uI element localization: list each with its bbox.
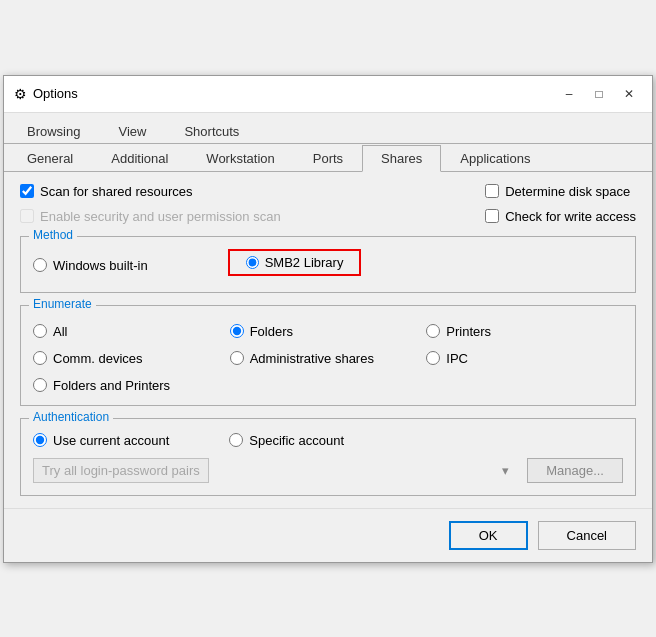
use-current-label[interactable]: Use current account [53, 433, 169, 448]
options-window: ⚙ Options – □ ✕ Browsing View Shortcuts … [3, 75, 653, 563]
specific-account-radio[interactable] [229, 433, 243, 447]
windows-builtin-label[interactable]: Windows built-in [53, 258, 148, 273]
check-write-label[interactable]: Check for write access [505, 209, 636, 224]
smb2-library-radio[interactable] [246, 256, 259, 269]
cancel-button[interactable]: Cancel [538, 521, 636, 550]
tab-additional[interactable]: Additional [92, 145, 187, 172]
enumerate-all-row: All [33, 324, 230, 339]
ok-button[interactable]: OK [449, 521, 528, 550]
enum-folders-radio[interactable] [230, 324, 244, 338]
left-options: Scan for shared resources Enable securit… [20, 184, 281, 224]
scan-shared-checkbox[interactable] [20, 184, 34, 198]
enum-comm-label[interactable]: Comm. devices [53, 351, 143, 366]
content-area: Scan for shared resources Enable securit… [4, 172, 652, 508]
enumerate-admin-row: Administrative shares [230, 351, 427, 366]
determine-disk-checkbox[interactable] [485, 184, 499, 198]
enumerate-grid: All Folders Printers Comm. devices Admin… [33, 314, 623, 393]
enumerate-printers-row: Printers [426, 324, 623, 339]
enum-folders-label[interactable]: Folders [250, 324, 293, 339]
enum-printers-radio[interactable] [426, 324, 440, 338]
smb2-library-label[interactable]: SMB2 Library [265, 255, 344, 270]
scan-shared-label[interactable]: Scan for shared resources [40, 184, 192, 199]
tab-ports[interactable]: Ports [294, 145, 362, 172]
enum-printers-label[interactable]: Printers [446, 324, 491, 339]
enum-folders-printers-label[interactable]: Folders and Printers [53, 378, 170, 393]
check-write-checkbox[interactable] [485, 209, 499, 223]
determine-disk-item: Determine disk space [485, 184, 636, 199]
method-options: Windows built-in SMB2 Library [33, 245, 623, 280]
window-title: Options [33, 86, 78, 101]
tab-view[interactable]: View [99, 118, 165, 144]
enum-admin-label[interactable]: Administrative shares [250, 351, 374, 366]
right-options: Determine disk space Check for write acc… [485, 184, 636, 224]
tab-row-top: Browsing View Shortcuts [4, 113, 652, 144]
enable-security-checkbox[interactable] [20, 209, 34, 223]
top-options-row: Scan for shared resources Enable securit… [20, 184, 636, 224]
tab-shortcuts[interactable]: Shortcuts [165, 118, 258, 144]
enum-all-label[interactable]: All [53, 324, 67, 339]
title-bar-left: ⚙ Options [14, 86, 78, 102]
close-button[interactable]: ✕ [616, 84, 642, 104]
tab-shares[interactable]: Shares [362, 145, 441, 172]
enumerate-folders-row: Folders [230, 324, 427, 339]
check-write-item: Check for write access [485, 209, 636, 224]
auth-radio-row: Use current account Specific account [33, 427, 623, 448]
tab-general[interactable]: General [8, 145, 92, 172]
app-icon: ⚙ [14, 86, 27, 102]
tab-browsing[interactable]: Browsing [8, 118, 99, 144]
title-controls: – □ ✕ [556, 84, 642, 104]
manage-button[interactable]: Manage... [527, 458, 623, 483]
determine-disk-label[interactable]: Determine disk space [505, 184, 630, 199]
enum-all-radio[interactable] [33, 324, 47, 338]
use-current-radio[interactable] [33, 433, 47, 447]
enumerate-folders-printers-row: Folders and Printers [33, 378, 230, 393]
enable-security-item: Enable security and user permission scan [20, 209, 281, 224]
tab-workstation[interactable]: Workstation [187, 145, 293, 172]
bottom-bar: OK Cancel [4, 508, 652, 562]
enum-ipc-label[interactable]: IPC [446, 351, 468, 366]
smb2-highlight-box: SMB2 Library [228, 249, 362, 276]
tab-applications[interactable]: Applications [441, 145, 549, 172]
authentication-label: Authentication [29, 410, 113, 424]
enum-admin-radio[interactable] [230, 351, 244, 365]
enumerate-comm-row: Comm. devices [33, 351, 230, 366]
enumerate-section: Enumerate All Folders Printers Comm. dev… [20, 305, 636, 406]
enable-security-label: Enable security and user permission scan [40, 209, 281, 224]
specific-account-row: Specific account [229, 433, 344, 448]
auth-select-wrapper: Try all login-password pairs [33, 458, 517, 483]
use-current-row: Use current account [33, 433, 169, 448]
enumerate-label: Enumerate [29, 297, 96, 311]
scan-shared-item: Scan for shared resources [20, 184, 281, 199]
minimize-button[interactable]: – [556, 84, 582, 104]
auth-controls: Try all login-password pairs Manage... [33, 458, 623, 483]
tab-row-bottom: General Additional Workstation Ports Sha… [4, 144, 652, 172]
method-label: Method [29, 228, 77, 242]
enum-folders-printers-radio[interactable] [33, 378, 47, 392]
enumerate-ipc-row: IPC [426, 351, 623, 366]
enum-comm-radio[interactable] [33, 351, 47, 365]
auth-dropdown[interactable]: Try all login-password pairs [33, 458, 209, 483]
enum-ipc-radio[interactable] [426, 351, 440, 365]
windows-builtin-row: Windows built-in [33, 258, 148, 273]
authentication-section: Authentication Use current account Speci… [20, 418, 636, 496]
windows-builtin-radio[interactable] [33, 258, 47, 272]
method-section: Method Windows built-in SMB2 Library [20, 236, 636, 293]
title-bar: ⚙ Options – □ ✕ [4, 76, 652, 113]
specific-account-label[interactable]: Specific account [249, 433, 344, 448]
maximize-button[interactable]: □ [586, 84, 612, 104]
